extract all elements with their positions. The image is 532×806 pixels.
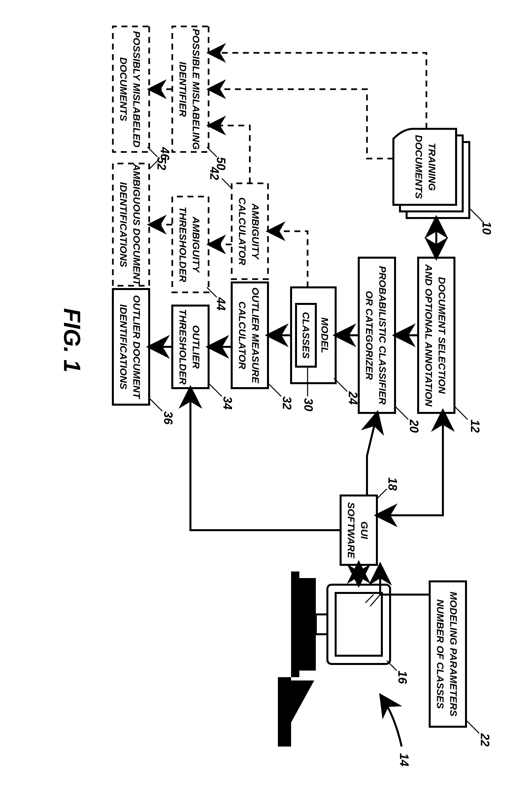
prob-classifier-l1: PROBABILISTIC CLASSIFIER bbox=[377, 266, 388, 405]
ref-10: 10 bbox=[480, 221, 493, 235]
doc-selection-l1: DOCUMENT SELECTION bbox=[437, 277, 448, 394]
ref-34: 34 bbox=[221, 397, 234, 409]
ref-16: 16 bbox=[396, 671, 409, 684]
ref-52: 52 bbox=[155, 157, 168, 170]
ref-20: 20 bbox=[407, 419, 421, 433]
computer-icon bbox=[278, 571, 390, 747]
gui-software-l2: SOFTWARE bbox=[346, 502, 357, 558]
ref-50: 50 bbox=[214, 157, 228, 170]
outlier-ids-l2: IDENTIFICATIONS bbox=[118, 304, 129, 389]
ref-24: 24 bbox=[346, 391, 360, 405]
outlier-threshold-l1: OUTLIER bbox=[191, 325, 202, 369]
ref-14: 14 bbox=[397, 753, 411, 766]
ambiguity-calc-l2: CALCULATOR bbox=[237, 197, 248, 265]
ambiguity-threshold-l1: AMBIGUITY bbox=[191, 216, 202, 273]
modeling-params-l2: NUMBER OF CLASSES bbox=[435, 599, 446, 709]
ref-32: 32 bbox=[280, 397, 294, 409]
ambiguity-calc-l1: AMBIGUITY bbox=[250, 203, 261, 260]
figure-1-diagram: TRAINING DOCUMENTS 10 DOCUMENT SELECTION… bbox=[0, 0, 532, 806]
modeling-params-l1: MODELING PARAMETERS bbox=[448, 592, 459, 716]
possible-mislabeling-l2: IDENTIFIER bbox=[177, 62, 188, 117]
ref-22: 22 bbox=[478, 733, 492, 747]
training-documents-text-l2: DOCUMENTS bbox=[414, 135, 424, 199]
gui-software-l1: GUI bbox=[359, 521, 370, 539]
possibly-mislabeled-l1: POSSIBLY MISLABELED bbox=[131, 31, 142, 147]
svg-rect-4 bbox=[316, 615, 327, 634]
ref-36: 36 bbox=[162, 411, 175, 425]
ref-30: 30 bbox=[302, 398, 315, 411]
svg-rect-5 bbox=[299, 578, 316, 671]
training-documents-block: TRAINING DOCUMENTS bbox=[393, 129, 469, 218]
ref-44: 44 bbox=[214, 297, 228, 311]
classes-l1: CLASSES bbox=[301, 312, 311, 359]
ambiguous-ids-l1: AMBIGUOUS DOCUMENT bbox=[131, 164, 142, 287]
svg-rect-8 bbox=[278, 677, 291, 747]
possibly-mislabeled-l2: DOCUMENTS bbox=[118, 57, 129, 121]
outlier-ids-l1: OUTLIER DOCUMENT bbox=[131, 295, 142, 399]
doc-selection-l2: AND OPTIONAL ANNOTATION bbox=[423, 264, 434, 407]
ambiguity-threshold-l2: THRESHOLDER bbox=[177, 207, 188, 282]
training-documents-text-l1: TRAINING bbox=[427, 143, 438, 191]
possible-mislabeling-l1: POSSIBLE MISLABELING bbox=[191, 29, 202, 150]
outlier-measure-l2: CALCULATOR bbox=[237, 301, 248, 369]
svg-rect-1 bbox=[336, 593, 382, 656]
ref-18: 18 bbox=[386, 477, 399, 491]
figure-label: FIG. 1 bbox=[59, 308, 85, 372]
svg-rect-6 bbox=[291, 571, 299, 677]
outlier-threshold-l2: THRESHOLDER bbox=[177, 309, 188, 385]
outlier-measure-l1: OUTLIER MEASURE bbox=[250, 287, 261, 384]
ref-12: 12 bbox=[468, 420, 482, 433]
prob-classifier-l2: OR CATEGORIZER bbox=[364, 291, 375, 380]
ambiguous-ids-l2: IDENTIFICATIONS bbox=[118, 182, 129, 267]
model-l1: MODEL bbox=[320, 317, 330, 353]
